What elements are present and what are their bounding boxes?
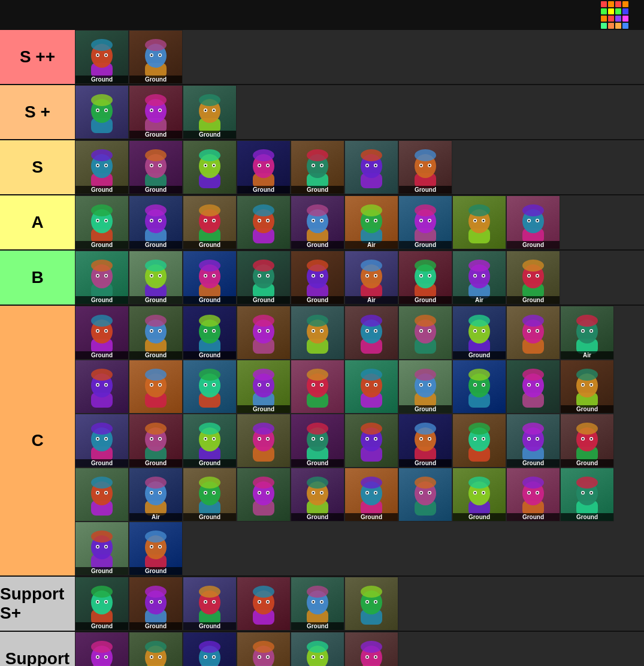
- char-card[interactable]: Ground: [344, 468, 398, 522]
- char-card[interactable]: [237, 632, 291, 666]
- char-card[interactable]: Ground: [129, 30, 183, 84]
- svg-point-482: [537, 492, 539, 494]
- char-card[interactable]: Ground: [560, 414, 614, 468]
- svg-point-79: [415, 149, 436, 161]
- char-card[interactable]: [344, 414, 398, 468]
- svg-point-188: [375, 275, 377, 277]
- char-card[interactable]: [183, 360, 237, 414]
- char-card[interactable]: Ground: [398, 414, 452, 468]
- char-card[interactable]: [237, 468, 291, 522]
- char-card[interactable]: [237, 306, 291, 360]
- char-card[interactable]: Ground: [237, 360, 291, 414]
- char-card[interactable]: Ground: [129, 306, 183, 360]
- char-card[interactable]: Ground: [75, 30, 129, 84]
- char-card[interactable]: Ground: [129, 85, 183, 139]
- char-card[interactable]: Ground: [560, 360, 614, 414]
- char-card[interactable]: Ground: [560, 468, 614, 522]
- char-card[interactable]: Ground: [129, 140, 183, 194]
- char-card[interactable]: [344, 140, 398, 194]
- char-card[interactable]: Air: [344, 251, 398, 305]
- char-card[interactable]: [398, 306, 452, 360]
- svg-point-356: [105, 438, 107, 440]
- char-card[interactable]: Ground: [398, 251, 452, 305]
- char-card[interactable]: [183, 140, 237, 194]
- char-card[interactable]: Ground: [129, 414, 183, 468]
- char-card[interactable]: Ground: [237, 140, 291, 194]
- svg-point-341: [528, 384, 530, 386]
- char-card[interactable]: Ground: [183, 306, 237, 360]
- char-card[interactable]: Ground: [398, 360, 452, 414]
- svg-point-117: [313, 220, 315, 222]
- char-card[interactable]: Air: [560, 306, 614, 360]
- char-card[interactable]: [452, 414, 506, 468]
- char-card[interactable]: [75, 632, 129, 666]
- char-card[interactable]: Ground: [291, 577, 344, 631]
- char-card[interactable]: Ground: [291, 251, 344, 305]
- char-label: Ground: [75, 296, 128, 304]
- char-card[interactable]: [344, 577, 398, 631]
- svg-point-335: [483, 384, 485, 386]
- char-card[interactable]: Air: [452, 251, 506, 305]
- char-card[interactable]: [506, 306, 560, 360]
- char-card[interactable]: Ground: [183, 414, 237, 468]
- char-card[interactable]: Ground: [75, 195, 129, 249]
- char-card[interactable]: [183, 632, 237, 666]
- char-card[interactable]: Ground: [75, 414, 129, 468]
- char-card[interactable]: [344, 306, 398, 360]
- char-card[interactable]: Ground: [237, 251, 291, 305]
- char-card[interactable]: [129, 360, 183, 414]
- svg-point-299: [205, 384, 207, 386]
- tiermaker-logo: [601, 1, 634, 29]
- char-card[interactable]: [344, 632, 398, 666]
- char-card[interactable]: Ground: [291, 140, 344, 194]
- char-card[interactable]: Ground: [506, 195, 560, 249]
- char-card[interactable]: [506, 360, 560, 414]
- char-card[interactable]: [452, 195, 506, 249]
- char-card[interactable]: [291, 632, 344, 666]
- char-card[interactable]: Ground: [183, 251, 237, 305]
- char-card[interactable]: [452, 360, 506, 414]
- char-card[interactable]: [75, 85, 129, 139]
- char-card[interactable]: Ground: [452, 468, 506, 522]
- char-card[interactable]: Ground: [291, 195, 344, 249]
- char-card[interactable]: Ground: [129, 577, 183, 631]
- char-card[interactable]: Ground: [75, 577, 129, 631]
- char-card[interactable]: Ground: [506, 468, 560, 522]
- char-card[interactable]: Ground: [506, 251, 560, 305]
- svg-point-264: [474, 330, 476, 332]
- char-card[interactable]: Ground: [129, 522, 183, 575]
- char-card[interactable]: Ground: [398, 140, 452, 194]
- char-card[interactable]: Ground: [291, 468, 344, 522]
- char-card[interactable]: Ground: [506, 414, 560, 468]
- svg-point-544: [367, 601, 368, 603]
- char-card[interactable]: Ground: [291, 414, 344, 468]
- char-card[interactable]: Ground: [183, 85, 237, 139]
- char-card[interactable]: Ground: [129, 251, 183, 305]
- char-card[interactable]: Ground: [75, 522, 129, 575]
- char-card[interactable]: [237, 414, 291, 468]
- char-card[interactable]: Ground: [75, 251, 129, 305]
- char-card[interactable]: Ground: [183, 577, 237, 631]
- char-card[interactable]: [129, 632, 183, 666]
- char-card[interactable]: [75, 468, 129, 522]
- char-card[interactable]: Ground: [75, 306, 129, 360]
- char-card[interactable]: [291, 306, 344, 360]
- char-card[interactable]: Ground: [183, 195, 237, 249]
- char-card[interactable]: [398, 468, 452, 522]
- char-card[interactable]: Ground: [452, 306, 506, 360]
- char-card[interactable]: [237, 577, 291, 631]
- svg-point-268: [522, 315, 544, 327]
- char-card[interactable]: [237, 195, 291, 249]
- svg-point-538: [321, 601, 323, 603]
- char-card[interactable]: Air: [344, 195, 398, 249]
- char-card[interactable]: Ground: [75, 140, 129, 194]
- char-card[interactable]: Air: [129, 468, 183, 522]
- char-card[interactable]: Ground: [398, 195, 452, 249]
- char-card[interactable]: [344, 360, 398, 414]
- char-card[interactable]: [75, 360, 129, 414]
- char-card[interactable]: Ground: [183, 468, 237, 522]
- svg-point-384: [321, 438, 323, 440]
- svg-point-506: [91, 586, 113, 598]
- char-card[interactable]: Ground: [129, 195, 183, 249]
- char-card[interactable]: [291, 360, 344, 414]
